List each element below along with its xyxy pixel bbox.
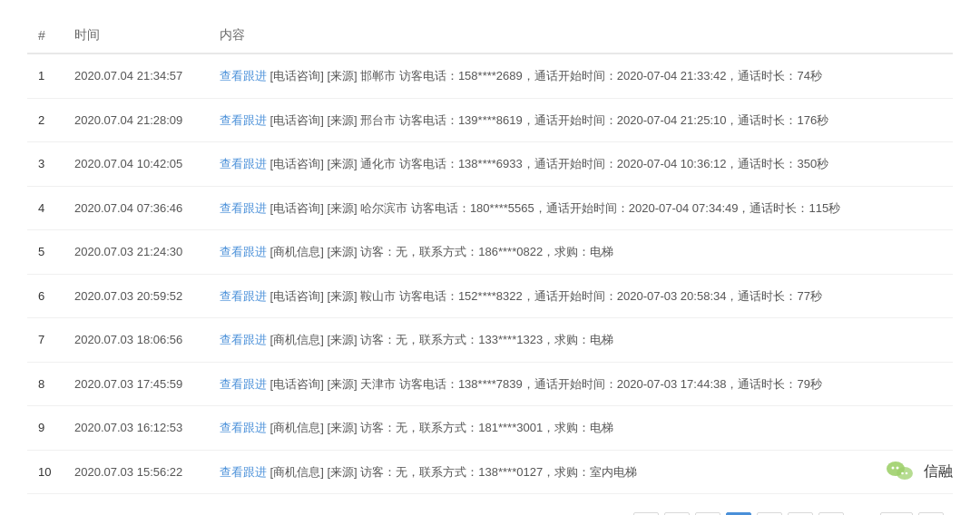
table-row: 92020.07.03 16:12:53查看跟进 [商机信息] [来源] 访客：… <box>27 406 953 451</box>
row-time: 2020.07.04 07:36:46 <box>64 186 209 230</box>
table-row: 32020.07.04 10:42:05查看跟进 [电话咨询] [来源] 通化市… <box>27 142 953 187</box>
row-num: 3 <box>27 142 64 187</box>
col-header-num: # <box>27 18 64 53</box>
row-time: 2020.07.03 18:06:56 <box>64 318 209 363</box>
row-num: 7 <box>27 318 64 363</box>
table-row: 52020.07.03 21:24:30查看跟进 [商机信息] [来源] 访客：… <box>27 230 953 275</box>
row-time: 2020.07.03 15:56:22 <box>64 450 209 494</box>
row-num: 10 <box>27 450 64 494</box>
table-header-row: # 时间 内容 <box>27 18 953 53</box>
row-content: 查看跟进 [商机信息] [来源] 访客：无，联系方式：181****3001，求… <box>209 406 953 451</box>
row-num: 8 <box>27 362 64 406</box>
row-time: 2020.07.04 21:34:57 <box>64 53 209 98</box>
row-content: 查看跟进 [商机信息] [来源] 访客：无，联系方式：186****0822，求… <box>209 230 953 275</box>
svg-point-3 <box>897 467 913 480</box>
row-content: 查看跟进 [电话咨询] [来源] 鞍山市 访客电话：152****8322，通话… <box>209 274 953 318</box>
row-content: 查看跟进 [商机信息] [来源] 访客：无，联系方式：138****0127，求… <box>209 450 953 494</box>
svg-point-5 <box>906 472 908 475</box>
row-time: 2020.07.04 10:42:05 <box>64 142 209 187</box>
row-num: 4 <box>27 186 64 230</box>
table-row: 22020.07.04 21:28:09查看跟进 [电话咨询] [来源] 邢台市… <box>27 98 953 142</box>
row-time: 2020.07.04 21:28:09 <box>64 98 209 142</box>
view-detail-link[interactable]: 查看跟进 <box>220 465 267 479</box>
table-row: 82020.07.03 17:45:59查看跟进 [电话咨询] [来源] 天津市… <box>27 362 953 406</box>
table-row: 62020.07.03 20:59:52查看跟进 [电话咨询] [来源] 鞍山市… <box>27 274 953 318</box>
row-time: 2020.07.03 16:12:53 <box>64 406 209 451</box>
pagination: ‹ 1 2 3 4 5 6 ... 295 › <box>27 494 953 515</box>
view-detail-link[interactable]: 查看跟进 <box>220 289 267 303</box>
table-row: 102020.07.03 15:56:22查看跟进 [商机信息] [来源] 访客… <box>27 450 953 494</box>
row-num: 2 <box>27 98 64 142</box>
row-num: 5 <box>27 230 64 275</box>
wechat-icon <box>884 455 916 488</box>
row-num: 1 <box>27 53 64 98</box>
col-header-time: 时间 <box>64 18 209 53</box>
view-detail-link[interactable]: 查看跟进 <box>220 157 267 170</box>
badge-label: 信融 <box>924 462 953 481</box>
svg-point-2 <box>897 467 899 470</box>
row-time: 2020.07.03 17:45:59 <box>64 362 209 406</box>
svg-point-1 <box>892 467 895 470</box>
view-detail-link[interactable]: 查看跟进 <box>220 69 267 83</box>
main-container: # 时间 内容 12020.07.04 21:34:57查看跟进 [电话咨询] … <box>0 0 980 515</box>
svg-point-4 <box>901 472 904 475</box>
data-table: # 时间 内容 12020.07.04 21:34:57查看跟进 [电话咨询] … <box>27 18 953 494</box>
row-content: 查看跟进 [电话咨询] [来源] 天津市 访客电话：138****7839，通话… <box>209 362 953 406</box>
row-content: 查看跟进 [电话咨询] [来源] 邯郸市 访客电话：158****2689，通话… <box>209 53 953 98</box>
col-header-content: 内容 <box>209 18 953 53</box>
row-content: 查看跟进 [商机信息] [来源] 访客：无，联系方式：133****1323，求… <box>209 318 953 363</box>
wechat-badge: 信融 <box>884 455 953 488</box>
table-row: 72020.07.03 18:06:56查看跟进 [商机信息] [来源] 访客：… <box>27 318 953 363</box>
view-detail-link[interactable]: 查看跟进 <box>220 421 267 434</box>
row-content: 查看跟进 [电话咨询] [来源] 哈尔滨市 访客电话：180****5565，通… <box>209 186 953 230</box>
view-detail-link[interactable]: 查看跟进 <box>220 377 267 391</box>
row-content: 查看跟进 [电话咨询] [来源] 邢台市 访客电话：139****8619，通话… <box>209 98 953 142</box>
row-num: 6 <box>27 274 64 318</box>
view-detail-link[interactable]: 查看跟进 <box>220 201 267 215</box>
row-time: 2020.07.03 21:24:30 <box>64 230 209 275</box>
view-detail-link[interactable]: 查看跟进 <box>220 113 267 127</box>
row-content: 查看跟进 [电话咨询] [来源] 通化市 访客电话：138****6933，通话… <box>209 142 953 187</box>
table-row: 12020.07.04 21:34:57查看跟进 [电话咨询] [来源] 邯郸市… <box>27 53 953 98</box>
view-detail-link[interactable]: 查看跟进 <box>220 333 267 346</box>
table-row: 42020.07.04 07:36:46查看跟进 [电话咨询] [来源] 哈尔滨… <box>27 186 953 230</box>
view-detail-link[interactable]: 查看跟进 <box>220 245 267 258</box>
row-time: 2020.07.03 20:59:52 <box>64 274 209 318</box>
row-num: 9 <box>27 406 64 451</box>
